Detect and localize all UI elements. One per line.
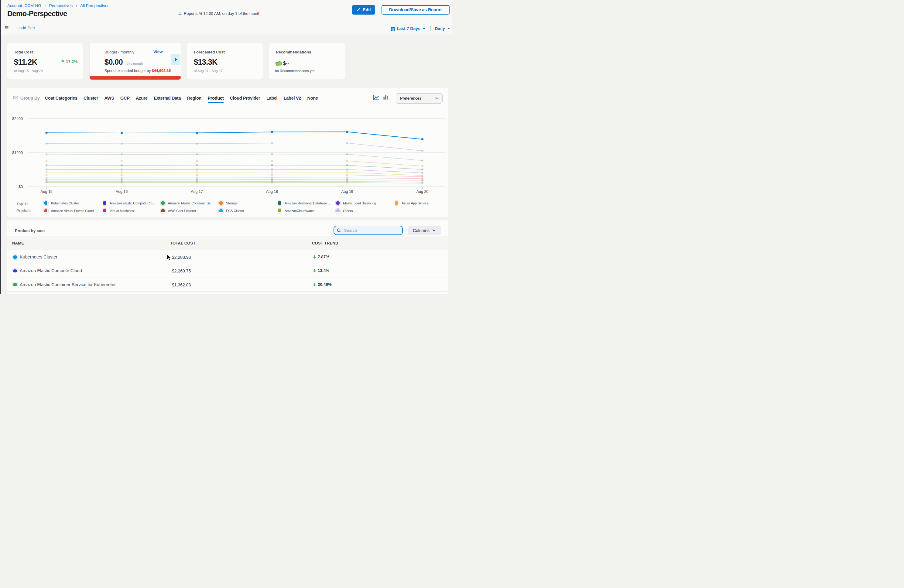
svg-text:$0: $0 bbox=[19, 185, 23, 189]
svg-text:Aug 17: Aug 17 bbox=[191, 190, 203, 194]
svg-text:Aug 20: Aug 20 bbox=[416, 190, 428, 194]
svg-text:Aug 18: Aug 18 bbox=[266, 190, 278, 194]
svg-text:Aug 16: Aug 16 bbox=[116, 190, 128, 194]
svg-text:Aug 19: Aug 19 bbox=[341, 190, 353, 194]
svg-text:$2400: $2400 bbox=[12, 117, 23, 121]
svg-text:$1200: $1200 bbox=[12, 151, 23, 155]
svg-text:Aug 15: Aug 15 bbox=[40, 190, 52, 194]
